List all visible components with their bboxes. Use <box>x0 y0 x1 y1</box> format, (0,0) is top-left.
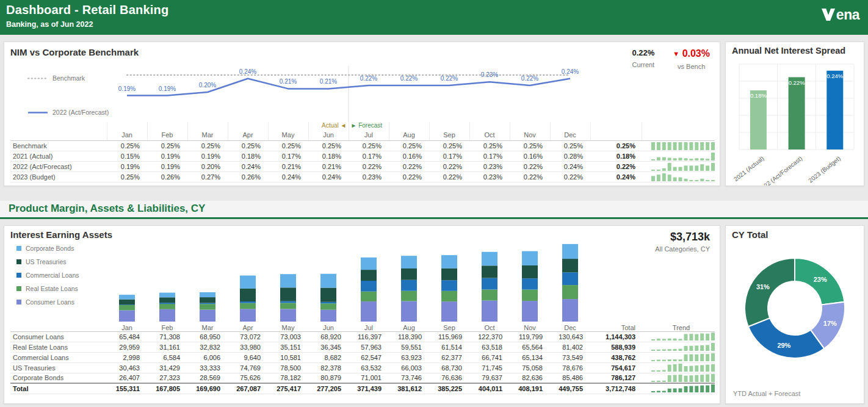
stacked-bar-segment <box>119 304 135 305</box>
vena-logo-text: ena <box>836 8 859 21</box>
assets-card: Interest Earning Assets $3,713k All Cate… <box>4 225 720 404</box>
point-label: 0.23% <box>481 71 498 78</box>
point-label: 0.22% <box>441 75 458 82</box>
assets-table-row: Corporate Bonds26,40727,32328,56975,6267… <box>10 373 715 383</box>
legend-item[interactable]: US Treasuries <box>16 258 79 265</box>
stacked-bar-segment <box>361 292 377 301</box>
value-cell: 0.23% <box>469 172 510 182</box>
stacked-bar-segment <box>482 290 497 301</box>
legend-item[interactable]: Commercial Loans <box>16 272 79 279</box>
legend-label: Benchmark <box>52 74 85 82</box>
stacked-bar-segment <box>280 274 296 287</box>
stacked-bar-segment <box>562 272 578 285</box>
legend-item[interactable]: Real Estate Loans <box>16 285 79 292</box>
stacked-bar-segment <box>361 258 377 270</box>
point-label: 0.21% <box>280 78 297 85</box>
value-cell: 0.23% <box>349 172 389 182</box>
donut-slice-label: 23% <box>814 276 827 283</box>
stacked-bar-segment <box>522 301 538 322</box>
nim-table-row: 2021 (Actual)0.15%0.19%0.19%0.18%0.17%0.… <box>10 151 715 162</box>
nim-table-row: 2022 (Act/Forecast)0.19%0.19%0.20%0.24%0… <box>10 162 715 172</box>
value-cell: 130,643 <box>550 331 590 342</box>
value-cell: 62,377 <box>429 352 469 362</box>
marker-spacer <box>510 122 550 130</box>
donut-slice <box>748 318 824 358</box>
marker-spacer <box>430 122 469 130</box>
row-label: 2023 (Budget) <box>10 172 107 182</box>
nim-chart-area: Benchmark 2022 (Act/Forecast) 0.19%0.19%… <box>10 59 714 122</box>
legend-item[interactable]: Corporate Bonds <box>16 245 79 252</box>
trend-cell <box>642 352 715 362</box>
stacked-bar-segment <box>119 305 135 311</box>
month-col-header: Oct <box>469 122 510 141</box>
section-title: Product Margin, Assets & Liabilities, CY <box>9 203 868 215</box>
month-col-header: Aug <box>389 122 429 141</box>
trend-sparkline <box>651 163 715 171</box>
marker-spacer <box>551 122 590 130</box>
stacked-bar-segment <box>200 304 215 309</box>
value-cell: 26,407 <box>107 373 147 383</box>
value-cell: 36,345 <box>308 342 349 352</box>
value-cell: 6,006 <box>187 352 228 362</box>
value-cell: 371,439 <box>349 383 389 394</box>
value-cell: 66,003 <box>389 362 429 373</box>
stacked-bar-segment <box>562 259 578 272</box>
stacked-bar-segment <box>119 311 135 322</box>
value-cell: 0.22% <box>429 172 469 182</box>
value-cell: 0.25% <box>107 141 147 151</box>
assets-table-row: Real Estate Loans29,95931,16132,83233,98… <box>10 342 715 352</box>
point-label: 0.22% <box>521 75 538 82</box>
value-cell: 0.22% <box>389 162 429 172</box>
value-cell: 0.24% <box>308 172 349 182</box>
legend-item-benchmark[interactable]: Benchmark <box>27 74 109 82</box>
month-col-header: Jan <box>107 322 147 331</box>
month-col-header: Jan <box>107 122 147 141</box>
stacked-bar-segment <box>320 302 336 304</box>
month-col-header: Sep <box>429 122 469 141</box>
value-cell: 0.19% <box>147 162 187 172</box>
nim-delta-kpi: ▼ 0.03% vs Bench <box>673 48 710 70</box>
legend-item-2022[interactable]: 2022 (Act/Forecast) <box>27 109 109 116</box>
vena-logo: ena <box>821 8 859 21</box>
marker-spacer <box>389 122 429 130</box>
value-cell: 0.22% <box>349 162 389 172</box>
point-label: 0.22% <box>360 75 377 82</box>
trend-sparkline <box>651 343 715 351</box>
assets-card-title: Interest Earning Assets <box>10 229 714 240</box>
value-cell: 0.22% <box>429 162 469 172</box>
stacked-bar-segment <box>320 310 336 322</box>
month-name: Sep <box>430 130 469 140</box>
cy-card-title: CY Total <box>732 229 858 240</box>
nim-kpi-block: 0.22% Current ▼ 0.03% vs Bench <box>632 48 710 70</box>
nim-current-label: Current <box>632 61 654 68</box>
month-col-header: Nov <box>510 322 550 331</box>
value-cell: 0.19% <box>147 151 187 162</box>
marker-spacer <box>228 122 268 130</box>
stacked-bar-segment <box>441 280 457 291</box>
bar-value-label: 0.24% <box>826 73 843 79</box>
stacked-bar-segment <box>441 255 457 268</box>
value-cell: 75,058 <box>510 362 550 373</box>
value-cell: 275,417 <box>268 383 308 394</box>
assets-table-row: Consumer Loans65,48471,30868,95073,07273… <box>10 331 715 342</box>
stacked-bar-segment <box>320 288 336 302</box>
value-cell: 65,564 <box>510 342 550 352</box>
stacked-bar-segment <box>280 287 296 301</box>
total-col-header: Total <box>590 322 642 331</box>
value-cell: 0.24% <box>228 162 268 172</box>
bar-value-label: 0.18% <box>750 92 767 99</box>
value-cell: 66,741 <box>469 352 510 362</box>
cy-donut-chart: 23%17%29%31% <box>740 253 850 363</box>
value-cell: 0.25% <box>147 141 187 151</box>
bar-value-label: 0.22% <box>789 79 805 86</box>
value-cell: 78,676 <box>550 362 590 373</box>
value-cell: 31,161 <box>147 342 187 352</box>
legend-item[interactable]: Consumer Loans <box>16 298 79 306</box>
stacked-bar-segment <box>482 278 497 290</box>
total-cell: 0.25% <box>590 141 642 151</box>
nim-current-value: 0.22% <box>632 48 654 57</box>
assets-total-sublabel: All Categories, CY <box>655 245 710 253</box>
value-cell: 31,429 <box>147 362 187 373</box>
app-header: Dashboard - Retail Banking Banking, as o… <box>0 0 868 35</box>
assets-table-header: JanFebMarAprMayJunJulAugSepOctNovDecTota… <box>10 322 715 331</box>
